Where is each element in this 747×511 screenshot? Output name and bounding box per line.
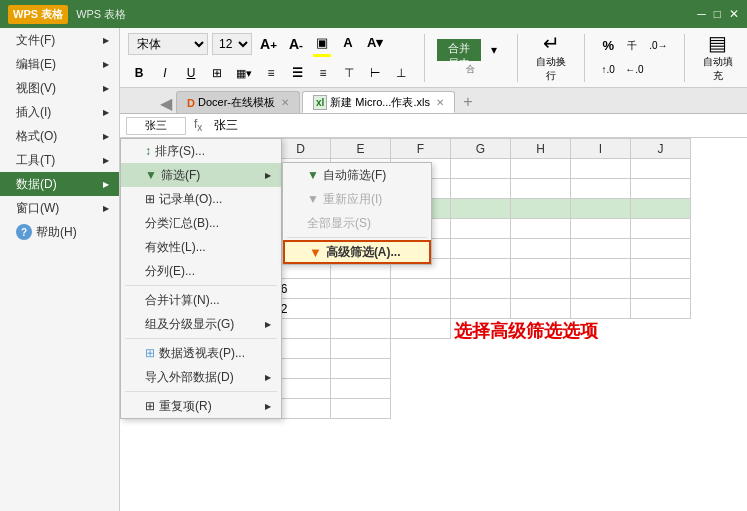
menu-filter[interactable]: ▼ 筛选(F) ▶ — [121, 163, 281, 187]
cell-j2[interactable] — [631, 179, 691, 199]
fill-color-button[interactable]: ▣ — [311, 31, 333, 53]
menu-external[interactable]: 导入外部数据(D) ▶ — [121, 365, 281, 389]
menu-advanced-filter[interactable]: ▼ 高级筛选(A)... — [283, 240, 431, 264]
align-left-button[interactable]: ≡ — [260, 62, 282, 84]
maximize-icon[interactable]: □ — [714, 7, 721, 21]
col-header-f[interactable]: F — [391, 139, 451, 159]
cell-f10[interactable] — [391, 279, 451, 299]
cell-g[interactable] — [451, 159, 511, 179]
cell-reference-input[interactable] — [126, 117, 186, 135]
cell-h9[interactable] — [511, 259, 571, 279]
tab-spreadsheet[interactable]: xl 新建 Micro...作表.xls ✕ — [302, 91, 455, 113]
col-header-e[interactable]: E — [331, 139, 391, 159]
tab-nav-back[interactable]: ◀ — [160, 94, 172, 113]
cell-g2[interactable] — [451, 179, 511, 199]
menu-show-all[interactable]: 全部显示(S) — [283, 211, 431, 235]
col-header-h[interactable]: H — [511, 139, 571, 159]
cell-i8[interactable] — [571, 239, 631, 259]
cell-e13[interactable] — [331, 339, 391, 359]
thousands-button[interactable]: 千 — [621, 35, 643, 57]
cell-h[interactable] — [511, 159, 571, 179]
auto-fill-button[interactable]: ▤ 自动填充 — [696, 34, 739, 82]
menu-insert[interactable]: 插入(I) ▶ — [0, 100, 119, 124]
percent-button[interactable]: % — [597, 35, 619, 57]
cell-h2[interactable] — [511, 179, 571, 199]
tab-docer-close[interactable]: ✕ — [281, 97, 289, 108]
font-grow-button[interactable]: A+ — [256, 33, 281, 55]
tab-docer[interactable]: D Docer-在线模板 ✕ — [176, 91, 300, 113]
cell-g7[interactable] — [451, 219, 511, 239]
font-name-select[interactable]: 宋体 — [128, 33, 208, 55]
cell-g8[interactable] — [451, 239, 511, 259]
align-bottom-button[interactable]: ⊥ — [390, 62, 412, 84]
menu-help[interactable]: ? 帮助(H) — [0, 220, 119, 244]
font-color2-button[interactable]: A▾ — [363, 31, 387, 53]
align-middle-button[interactable]: ⊢ — [364, 62, 386, 84]
menu-format[interactable]: 格式(O) ▶ — [0, 124, 119, 148]
menu-edit[interactable]: 编辑(E) ▶ — [0, 52, 119, 76]
merge-center-button[interactable]: 合并居中 — [437, 39, 481, 61]
cell-h6[interactable] — [511, 199, 571, 219]
increase-decimal-button[interactable]: .0→ — [645, 35, 671, 57]
cell-j8[interactable] — [631, 239, 691, 259]
cell-e16[interactable] — [331, 399, 391, 419]
menu-file[interactable]: 文件(F) ▶ — [0, 28, 119, 52]
cell-i[interactable] — [571, 159, 631, 179]
menu-record[interactable]: ⊞ 记录单(O)... — [121, 187, 281, 211]
tab-add-button[interactable]: + — [457, 91, 479, 113]
menu-reapply[interactable]: ▼ 重新应用(I) — [283, 187, 431, 211]
cell-h10[interactable] — [511, 279, 571, 299]
font-shrink-button[interactable]: A- — [285, 33, 307, 55]
menu-window[interactable]: 窗口(W) ▶ — [0, 196, 119, 220]
align-center-button[interactable]: ☰ — [286, 62, 308, 84]
grid-button[interactable]: ▦▾ — [232, 62, 256, 84]
cell-i2[interactable] — [571, 179, 631, 199]
cell-g6[interactable] — [451, 199, 511, 219]
decrease-decimal-button[interactable]: ←.0 — [621, 59, 647, 81]
menu-duplicate[interactable]: ⊞ 重复项(R) ▶ — [121, 394, 281, 418]
menu-split[interactable]: 分列(E)... — [121, 259, 281, 283]
cell-i11[interactable] — [571, 299, 631, 319]
cell-i6[interactable] — [571, 199, 631, 219]
formula-input[interactable] — [210, 117, 741, 135]
font-color-button[interactable]: A — [337, 31, 359, 53]
menu-subtotal[interactable]: 分类汇总(B)... — [121, 211, 281, 235]
bold-button[interactable]: B — [128, 62, 150, 84]
cell-h7[interactable] — [511, 219, 571, 239]
align-right-button[interactable]: ≡ — [312, 62, 334, 84]
font-size-select[interactable]: 12 — [212, 33, 252, 55]
col-header-i[interactable]: I — [571, 139, 631, 159]
align-top-button[interactable]: ⊤ — [338, 62, 360, 84]
cell-j10[interactable] — [631, 279, 691, 299]
cell-e15[interactable] — [331, 379, 391, 399]
cell-j[interactable] — [631, 159, 691, 179]
cell-g9[interactable] — [451, 259, 511, 279]
cell-j7[interactable] — [631, 219, 691, 239]
cell-f12[interactable] — [391, 319, 451, 339]
cell-h11[interactable] — [511, 299, 571, 319]
menu-group-outline[interactable]: 组及分级显示(G) ▶ — [121, 312, 281, 336]
menu-sort[interactable]: ↕ 排序(S)... — [121, 139, 281, 163]
menu-pivot[interactable]: ⊞ 数据透视表(P)... — [121, 341, 281, 365]
menu-validation[interactable]: 有效性(L)... — [121, 235, 281, 259]
auto-wrap-button[interactable]: ↵ 自动换行 — [530, 34, 573, 82]
menu-view[interactable]: 视图(V) ▶ — [0, 76, 119, 100]
menu-data[interactable]: 数据(D) ▶ — [0, 172, 119, 196]
merge-dropdown-button[interactable]: ▾ — [483, 39, 505, 61]
cell-g11[interactable] — [451, 299, 511, 319]
menu-consolidate[interactable]: 合并计算(N)... — [121, 288, 281, 312]
underline-button[interactable]: U — [180, 62, 202, 84]
cell-e11[interactable] — [331, 299, 391, 319]
cell-i7[interactable] — [571, 219, 631, 239]
cell-j11[interactable] — [631, 299, 691, 319]
cell-e10[interactable] — [331, 279, 391, 299]
menu-tools[interactable]: 工具(T) ▶ — [0, 148, 119, 172]
cell-i10[interactable] — [571, 279, 631, 299]
border-button[interactable]: ⊞ — [206, 62, 228, 84]
close-icon[interactable]: ✕ — [729, 7, 739, 21]
italic-button[interactable]: I — [154, 62, 176, 84]
menu-autofilter[interactable]: ▼ 自动筛选(F) — [283, 163, 431, 187]
cell-g10[interactable] — [451, 279, 511, 299]
cell-f11[interactable] — [391, 299, 451, 319]
col-header-j[interactable]: J — [631, 139, 691, 159]
